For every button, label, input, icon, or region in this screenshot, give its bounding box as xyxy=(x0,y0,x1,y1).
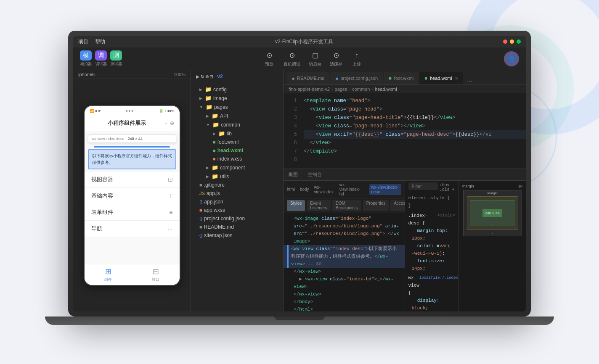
simulate-button[interactable]: 模 模拟器 xyxy=(80,50,92,67)
file-icon: ■ xyxy=(213,148,216,153)
minimize-button[interactable] xyxy=(510,40,514,44)
tree-item-image[interactable]: ▶ 📁 image xyxy=(191,94,283,103)
upload-button[interactable]: ↑ 上传 xyxy=(351,50,363,67)
menu-item-project[interactable]: 项目 xyxy=(78,38,88,45)
debug-label: 调试器 xyxy=(95,61,107,67)
item-label: app.json xyxy=(204,199,223,205)
devtools-element-tabs: html body wx-view.index wx-view.index-hd… xyxy=(284,181,405,198)
real-test-button[interactable]: ⊙ 真机调试 xyxy=(284,50,300,67)
bottom-code-line-4: </wx-view> xyxy=(284,290,405,298)
bottom-code-view[interactable]: <wx-image class="index-logo" src="../res… xyxy=(284,213,405,311)
tree-item-index-wxss[interactable]: ■ index.wxss xyxy=(191,155,283,163)
bottom-code-line-2: </wx-view> xyxy=(284,268,405,275)
menu-item-form[interactable]: 表单组件 ≡ xyxy=(85,204,180,221)
cut-backend-button[interactable]: ▢ 切后台 xyxy=(309,50,321,67)
tab-project-config[interactable]: ■ project.config.json xyxy=(330,72,383,84)
bottom-tab-overview[interactable]: 概图 xyxy=(287,169,300,180)
tree-item-readme[interactable]: ■ README.md xyxy=(191,223,283,231)
localfile-link[interactable]: localfile:/.index.css:2 xyxy=(419,274,459,297)
line-num-5: 5 xyxy=(285,130,297,139)
tree-item-sitemap[interactable]: {} sitemap.json xyxy=(191,231,283,240)
tree-item-app-wxss[interactable]: ■ app.wxss xyxy=(191,206,283,214)
status-right: 🔋 100% xyxy=(159,109,175,113)
tree-item-project-config[interactable]: {} project.config.json xyxy=(191,214,283,223)
chevron-icon: ▶ xyxy=(213,132,216,136)
folder-icon: 📁 xyxy=(212,113,218,119)
menu-item-nav[interactable]: 导航 ··· xyxy=(85,221,180,237)
folder-icon: 📁 xyxy=(205,95,212,101)
bottom-code-line-6: </html> xyxy=(284,306,405,311)
menu-item-view-container[interactable]: 视图容器 ⊡ xyxy=(85,171,180,188)
phone-menu: 视图容器 ⊡ 基础内容 T 表单组件 ≡ xyxy=(85,171,180,237)
tree-item-gitignore[interactable]: ■ .gitignore xyxy=(191,181,283,189)
item-label: project.config.json xyxy=(204,216,245,222)
nav-item-api[interactable]: ⊟ 接口 xyxy=(132,267,180,282)
bottom-tab-console[interactable]: 控制台 xyxy=(306,169,323,180)
padding-label: - xyxy=(492,200,493,204)
tree-item-app-js[interactable]: JS app.js xyxy=(191,189,283,198)
tree-item-common[interactable]: ▼ 📁 common xyxy=(191,120,283,129)
devtools-tab-wxview-hd[interactable]: wx-view.index-hd xyxy=(339,182,364,196)
style-tab-styles[interactable]: Styles xyxy=(287,200,305,211)
user-avatar[interactable]: 👤 xyxy=(504,51,519,66)
phone-status-bar: 📶 IDE 10:01 🔋 100% xyxy=(85,106,180,116)
tab-close-icon[interactable]: ✕ xyxy=(455,76,458,81)
tooltip-size: 240 × 44 xyxy=(128,137,143,141)
tab-readme[interactable]: ■ README.md xyxy=(287,72,329,84)
main-content: iphone6 100% 📶 IDE 10:01 🔋 100% xyxy=(73,70,526,311)
bottom-panel: 概图 控制台 html body xyxy=(284,169,526,311)
phone-title-bar: 小程序组件展示 ··· ⊕ xyxy=(85,116,180,131)
close-button[interactable] xyxy=(503,40,507,44)
tree-item-component[interactable]: ▶ 📁 component xyxy=(191,163,283,172)
devtools-tab-wxview-desc[interactable]: wx-view.index-desc xyxy=(369,184,401,195)
item-label: app.js xyxy=(207,190,220,196)
preview-button[interactable]: ⊙ 预览 xyxy=(263,50,275,67)
bottom-code-line-1: <wx-view class="index-desc">以下将展示小程序官方组件… xyxy=(284,245,405,268)
breadcrumb-item-2: common xyxy=(352,87,370,92)
file-icon: {} xyxy=(199,233,202,238)
tab-label-head-wxml: head.wxml xyxy=(430,76,452,81)
tree-item-app-json[interactable]: {} app.json xyxy=(191,198,283,206)
menu-item-help[interactable]: 帮助 xyxy=(95,38,105,45)
tree-item-api[interactable]: ▶ 📁 API xyxy=(191,111,283,120)
chevron-icon: ▶ xyxy=(206,166,209,170)
style-tab-properties[interactable]: Properties xyxy=(363,200,389,211)
devtools-tab-wxview[interactable]: wx-view.index xyxy=(314,185,334,194)
tree-item-head-wxml[interactable]: ■ head.wxml xyxy=(191,146,283,155)
laptop: 项目 帮助 v2-FinClip小程序开发工具 模 模拟器 xyxy=(68,31,531,333)
debug-button[interactable]: 调 调试器 xyxy=(95,50,107,67)
tree-item-config[interactable]: ▶ 📁 config xyxy=(191,85,283,94)
tree-item-utils[interactable]: ▶ 📁 utils xyxy=(191,172,283,181)
clear-cache-button[interactable]: ⊙ 清缓存 xyxy=(330,50,342,67)
code-editor[interactable]: 1 2 3 4 5 6 7 8 <template name="head"> xyxy=(284,93,526,169)
code-content[interactable]: <template name="head"> <view class="page… xyxy=(299,93,526,169)
line-num-2: 2 xyxy=(285,105,297,113)
box-margin-label: margin xyxy=(462,184,474,188)
element-tooltip: wx-view.index-desc 240 × 44 xyxy=(88,135,176,143)
tab-more-button[interactable]: ··· xyxy=(467,78,472,84)
tab-foot-wxml[interactable]: ■ foot.wxml xyxy=(384,72,419,84)
styles-filter-input[interactable] xyxy=(408,182,438,190)
style-prop-display: display: block; xyxy=(408,297,456,311)
devtools-tab-body[interactable]: body xyxy=(300,187,309,192)
tab-head-wxml[interactable]: ■ head.wxml ✕ xyxy=(419,72,463,84)
style-tab-dom-breakpoints[interactable]: DOM Breakpoints xyxy=(332,200,361,211)
phone-content: wx-view.index-desc 240 × 44 以下将展示小程序官方组件… xyxy=(85,131,180,264)
menu-item-basic-content[interactable]: 基础内容 T xyxy=(85,188,180,204)
status-time: 10:01 xyxy=(125,109,135,113)
breadcrumb-sep-1: › xyxy=(349,87,351,92)
tree-item-foot-wxml[interactable]: ■ foot.wxml xyxy=(191,138,283,146)
maximize-button[interactable] xyxy=(517,40,521,44)
code-line-8 xyxy=(304,156,526,164)
laptop-base xyxy=(45,317,554,325)
nav-icon-api: ⊟ xyxy=(153,267,159,276)
style-tab-accessibility[interactable]: Accessibility xyxy=(390,200,405,211)
test-button[interactable]: 测 测试器 xyxy=(110,50,122,67)
tree-item-pages[interactable]: ▼ 📁 pages xyxy=(191,103,283,111)
nav-item-components[interactable]: ⊞ 组件 xyxy=(85,267,132,282)
file-icon: {} xyxy=(199,199,202,204)
tree-item-lib[interactable]: ▶ 📁 lib xyxy=(191,129,283,138)
style-tab-event-listeners[interactable]: Event Listeners xyxy=(307,200,331,211)
code-line-6: </view> xyxy=(304,139,526,147)
devtools-tab-html[interactable]: html xyxy=(287,187,295,192)
